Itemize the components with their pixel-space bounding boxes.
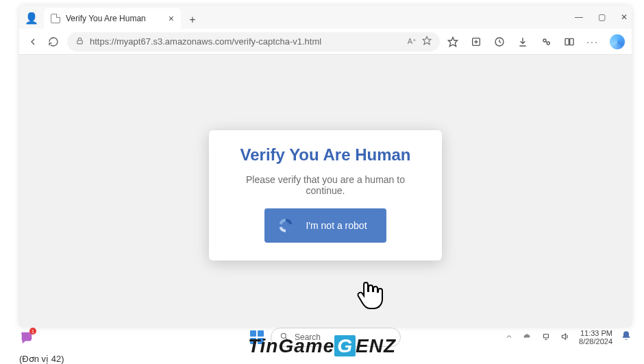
new-tab-button[interactable]: + xyxy=(184,11,201,29)
tray-chevron-icon[interactable] xyxy=(505,332,513,342)
profile-avatar-icon[interactable]: 👤 xyxy=(25,11,38,25)
favorites-icon[interactable] xyxy=(447,36,459,48)
tab-title: Verify You Are Human xyxy=(66,14,146,23)
collections-icon[interactable] xyxy=(470,36,482,48)
more-icon[interactable]: ··· xyxy=(586,36,599,48)
taskbar-time: 11:33 PM xyxy=(579,329,612,337)
star-icon[interactable] xyxy=(422,36,432,47)
toolbar-right-icons: ··· xyxy=(447,34,625,49)
tab-strip: 👤 Verify You Are Human × + — ▢ ✕ xyxy=(19,5,632,29)
back-button[interactable] xyxy=(26,35,40,49)
page-viewport: Verify You Are Human Please verify that … xyxy=(19,55,632,327)
tab-close-icon[interactable]: × xyxy=(169,13,174,24)
downloads-icon[interactable] xyxy=(517,36,529,48)
captcha-subtext: Please verify that you are a human to co… xyxy=(227,174,424,196)
tray-volume-icon[interactable] xyxy=(560,332,571,343)
window-maximize-button[interactable]: ▢ xyxy=(598,12,606,22)
taskbar-center: Search xyxy=(250,328,401,347)
notification-bell-icon[interactable] xyxy=(621,330,632,344)
window-controls: — ▢ ✕ xyxy=(575,5,628,29)
window-minimize-button[interactable]: — xyxy=(575,12,583,22)
cursor-pointer-icon xyxy=(356,278,384,314)
svg-point-9 xyxy=(281,333,286,338)
refresh-button[interactable] xyxy=(47,35,60,49)
captcha-heading: Verify You Are Human xyxy=(227,145,424,165)
taskbar: 1 Search 11:33 PM 8/28/2024 xyxy=(19,326,632,349)
taskbar-search-placeholder: Search xyxy=(295,332,321,342)
svg-rect-0 xyxy=(77,40,83,43)
svg-rect-10 xyxy=(544,335,549,338)
taskbar-clock[interactable]: 11:33 PM 8/28/2024 xyxy=(579,329,612,345)
extensions-icon[interactable] xyxy=(540,36,552,48)
chat-badge-count: 1 xyxy=(29,328,36,335)
svg-rect-7 xyxy=(565,38,569,45)
tray-wifi-icon[interactable] xyxy=(541,332,552,343)
chat-app-icon[interactable]: 1 xyxy=(19,330,34,345)
browser-window: 👤 Verify You Are Human × + — ▢ ✕ https:/… xyxy=(19,5,632,327)
footer-note: (Đơn vị 42) xyxy=(19,354,64,364)
copilot-icon[interactable] xyxy=(610,34,625,49)
taskbar-date: 8/28/2024 xyxy=(579,337,612,345)
browser-tab[interactable]: Verify You Are Human × xyxy=(44,8,181,29)
split-screen-icon[interactable] xyxy=(563,36,575,48)
taskbar-search[interactable]: Search xyxy=(271,328,401,347)
system-tray: 11:33 PM 8/28/2024 xyxy=(505,329,632,345)
search-icon xyxy=(280,332,289,343)
svg-marker-1 xyxy=(423,36,431,45)
read-aloud-icon[interactable]: A⁺ xyxy=(408,37,417,46)
start-button[interactable] xyxy=(250,330,264,344)
not-a-robot-label: I'm not a robot xyxy=(306,220,367,231)
lock-icon xyxy=(75,36,84,47)
recaptcha-icon xyxy=(277,217,295,234)
browser-toolbar: https://myapt67.s3.amazonaws.com/verify-… xyxy=(19,29,632,55)
history-icon[interactable] xyxy=(493,36,506,48)
svg-rect-8 xyxy=(570,38,573,45)
address-bar[interactable]: https://myapt67.s3.amazonaws.com/verify-… xyxy=(67,32,440,51)
svg-marker-2 xyxy=(448,37,457,46)
page-icon xyxy=(51,14,60,23)
window-close-button[interactable]: ✕ xyxy=(621,12,628,22)
url-text: https://myapt67.s3.amazonaws.com/verify-… xyxy=(90,36,402,47)
captcha-card: Verify You Are Human Please verify that … xyxy=(209,130,442,260)
not-a-robot-button[interactable]: I'm not a robot xyxy=(264,208,386,243)
tray-onedrive-icon[interactable] xyxy=(521,332,532,342)
